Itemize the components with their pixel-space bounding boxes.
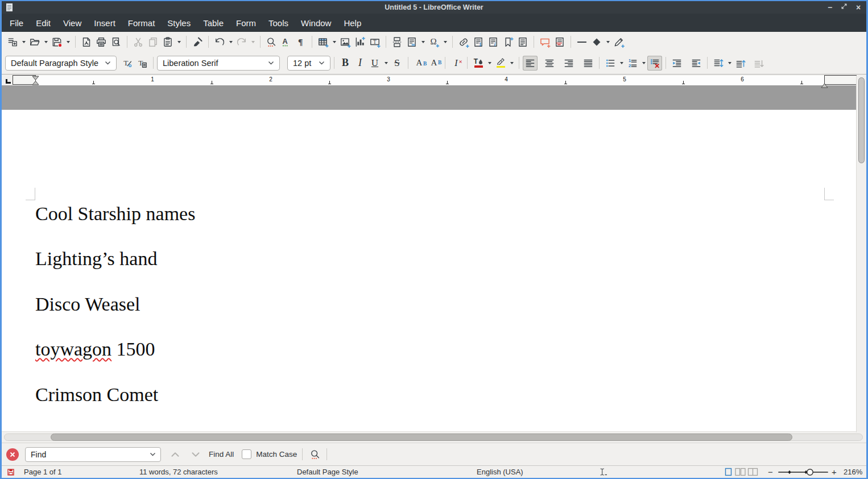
menu-insert[interactable]: Insert (88, 15, 122, 31)
close-button[interactable]: × (854, 2, 863, 13)
find-replace-button[interactable] (264, 35, 279, 49)
print-preview-button[interactable] (109, 35, 123, 49)
insert-cross-reference-button[interactable] (515, 35, 530, 49)
spelling-button[interactable]: A (279, 35, 294, 49)
menu-styles[interactable]: Styles (161, 15, 197, 31)
insert-hyperlink-button[interactable] (456, 35, 471, 49)
paragraph-style-combobox[interactable]: Default Paragraph Style (5, 56, 117, 71)
insert-text-box-button[interactable]: T (367, 35, 382, 49)
open-button[interactable] (27, 35, 42, 49)
show-draw-functions-button[interactable] (611, 35, 626, 49)
find-input[interactable] (25, 447, 161, 462)
text-language[interactable]: English (USA) (477, 466, 523, 478)
underline-button[interactable]: U (367, 56, 382, 71)
formatting-marks-button[interactable]: ¶ (294, 35, 308, 49)
unordered-list-button[interactable] (603, 56, 618, 71)
menu-table[interactable]: Table (197, 15, 230, 31)
font-name-combobox[interactable]: Liberation Serif (157, 56, 280, 71)
italic-button[interactable]: I (353, 56, 367, 71)
menu-format[interactable]: Format (122, 15, 162, 31)
multi-page-view-button[interactable] (735, 466, 746, 478)
insert-endnote-button[interactable]: i (486, 35, 501, 49)
vertical-scrollbar-thumb[interactable] (858, 77, 865, 163)
document-page[interactable]: Cool Starship names Lighting’s hand Disc… (2, 110, 856, 431)
save-dropdown[interactable] (64, 35, 72, 49)
subscript-button[interactable]: AB (427, 56, 441, 71)
increase-paragraph-spacing-button[interactable] (733, 56, 748, 71)
minimize-button[interactable]: − (825, 2, 834, 13)
highlight-color-button[interactable] (493, 56, 508, 71)
menu-window[interactable]: Window (295, 15, 337, 31)
insert-bookmark-button[interactable] (501, 35, 515, 49)
single-page-view-button[interactable] (725, 466, 732, 478)
indent-marker[interactable] (32, 76, 39, 88)
strikethrough-button[interactable]: S (390, 56, 404, 71)
page-count[interactable]: Page 1 of 1 (24, 466, 62, 478)
increase-indent-button[interactable] (669, 56, 684, 71)
highlight-color-dropdown[interactable] (508, 56, 515, 71)
align-center-button[interactable] (542, 56, 557, 71)
align-left-button[interactable] (523, 56, 538, 71)
paste-dropdown[interactable] (175, 35, 183, 49)
basic-shapes-dropdown[interactable] (604, 35, 611, 49)
menu-form[interactable]: Form (230, 15, 262, 31)
titlebar[interactable]: Untitled 5 - LibreOffice Writer − × (2, 1, 866, 14)
page-style[interactable]: Default Page Style (297, 466, 358, 478)
insert-image-button[interactable] (338, 35, 353, 49)
match-case-checkbox[interactable] (242, 449, 251, 459)
restore-button[interactable] (840, 2, 849, 13)
new-document-dropdown[interactable] (20, 35, 27, 49)
insert-field-dropdown[interactable] (419, 35, 427, 49)
menu-edit[interactable]: Edit (30, 15, 57, 31)
update-style-button[interactable]: T (120, 56, 135, 71)
bold-button[interactable]: B (338, 56, 353, 71)
no-list-button[interactable] (647, 56, 662, 71)
undo-button[interactable] (212, 35, 227, 49)
zoom-level[interactable]: 216% (844, 466, 862, 478)
horizontal-scrollbar-thumb[interactable] (51, 433, 792, 441)
zoom-out-button[interactable]: − (768, 466, 773, 478)
export-pdf-button[interactable] (79, 35, 94, 49)
insert-footnote-button[interactable]: 1 (471, 35, 486, 49)
ordered-list-dropdown[interactable] (640, 56, 647, 71)
save-button[interactable] (49, 35, 64, 49)
superscript-button[interactable]: AB (412, 56, 427, 71)
document-modified-icon[interactable] (7, 466, 14, 478)
zoom-in-button[interactable]: + (832, 466, 837, 478)
font-size-combobox[interactable]: 12 pt (287, 56, 330, 71)
vertical-scrollbar[interactable] (856, 76, 866, 432)
close-find-bar-button[interactable] (6, 448, 19, 461)
decrease-indent-button[interactable] (689, 56, 704, 71)
tab-stop-selector-icon[interactable] (6, 79, 11, 84)
ordered-list-button[interactable]: 12 (625, 56, 640, 71)
basic-shapes-button[interactable] (589, 35, 604, 49)
menu-help[interactable]: Help (337, 15, 367, 31)
menu-view[interactable]: View (57, 15, 88, 31)
print-button[interactable] (94, 35, 109, 49)
book-view-button[interactable] (747, 466, 758, 478)
align-right-button[interactable] (561, 56, 576, 71)
unordered-list-dropdown[interactable] (618, 56, 625, 71)
paste-button[interactable] (160, 35, 175, 49)
line-spacing-button[interactable] (711, 56, 726, 71)
insert-table-button[interactable] (316, 35, 330, 49)
zoom-slider[interactable] (778, 466, 829, 478)
font-color-button[interactable]: T (471, 56, 486, 71)
open-dropdown[interactable] (42, 35, 49, 49)
font-color-dropdown[interactable] (486, 56, 493, 71)
new-style-button[interactable]: T (135, 56, 150, 71)
find-and-replace-button[interactable] (308, 447, 323, 462)
track-changes-button[interactable] (552, 35, 567, 49)
line-spacing-dropdown[interactable] (726, 56, 733, 71)
underline-dropdown[interactable] (382, 56, 390, 71)
clone-formatting-button[interactable] (190, 35, 205, 49)
word-count[interactable]: 11 words, 72 characters (139, 466, 218, 478)
find-all-button[interactable]: Find All (209, 450, 234, 459)
menu-tools[interactable]: Tools (262, 15, 295, 31)
insert-page-break-button[interactable] (390, 35, 404, 49)
insert-horizontal-line-button[interactable] (574, 35, 589, 49)
horizontal-ruler[interactable]: 1 2 3 4 5 6 (2, 75, 866, 88)
clear-formatting-button[interactable]: I× (449, 56, 464, 71)
menu-file[interactable]: File (3, 15, 30, 31)
horizontal-scrollbar[interactable] (2, 431, 866, 443)
